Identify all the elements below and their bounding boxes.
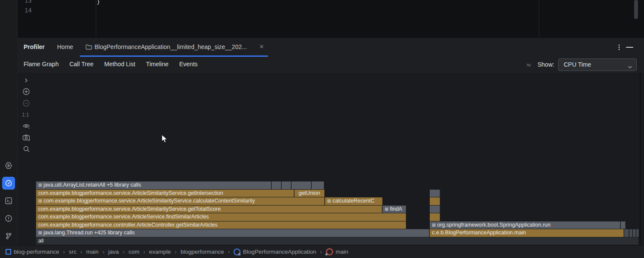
zoom-in-icon[interactable] xyxy=(22,88,30,95)
expand-node-icon[interactable]: ⊞ xyxy=(38,230,42,235)
breadcrumb-label: java xyxy=(108,249,119,255)
zoom-out-icon[interactable] xyxy=(22,99,30,107)
hide-panel-icon[interactable] xyxy=(626,47,633,48)
flame-segment-getunion[interactable]: getUnion xyxy=(295,190,325,197)
flame-segment-label: com.example.blogperformance.service.Arti… xyxy=(38,190,223,196)
flame-segment-main[interactable]: c.e.b.BlogPerformanceApplication.main xyxy=(430,229,624,237)
expand-node-icon[interactable]: ⊞ xyxy=(38,198,42,203)
breadcrumb-item-example[interactable]: example xyxy=(149,249,171,255)
breadcrumb: blog-performance›src›main›java›com›examp… xyxy=(0,245,644,258)
visibility-eye-icon[interactable] xyxy=(22,122,30,130)
services-icon[interactable] xyxy=(2,159,15,172)
expand-chevron-icon[interactable] xyxy=(22,77,30,84)
flame-segment[interactable] xyxy=(623,221,626,229)
class-icon xyxy=(234,249,240,255)
terminal-icon[interactable] xyxy=(2,194,15,207)
expand-node-icon[interactable]: ⊞ xyxy=(38,182,42,187)
breadcrumb-item-main[interactable]: main xyxy=(86,249,99,255)
flame-segment[interactable] xyxy=(272,181,281,189)
flame-segment[interactable] xyxy=(430,213,440,221)
profiler-icon[interactable] xyxy=(2,177,15,190)
flame-segment-findsimilararticles[interactable]: com.example.blogperformance.service.Arti… xyxy=(36,213,406,221)
editor-scrollbar[interactable] xyxy=(634,0,638,19)
chevron-down-icon xyxy=(628,63,632,71)
show-dropdown[interactable]: CPU Time xyxy=(558,58,637,71)
profiler-tool-window-header: Profiler Home BlogPerformanceApplication… xyxy=(17,38,644,57)
screenshot-camera-icon[interactable] xyxy=(22,134,30,141)
breadcrumb-label: blog-performance xyxy=(14,249,59,255)
editor-pane[interactable]: 13 14 } xyxy=(0,0,644,38)
flame-segment[interactable] xyxy=(312,181,324,189)
flame-segment[interactable] xyxy=(636,229,639,237)
editor-split-divider xyxy=(539,0,539,38)
method-icon xyxy=(326,248,333,255)
breadcrumb-separator-icon: › xyxy=(320,249,322,255)
flame-segment[interactable] xyxy=(430,190,440,197)
flame-segment[interactable] xyxy=(624,229,629,237)
gutter-line-number: 13 xyxy=(24,0,32,4)
flame-segment-label: findA xyxy=(390,206,402,212)
breadcrumb-item-com[interactable]: com xyxy=(128,249,140,255)
scale-arrows-icon[interactable] xyxy=(525,61,533,71)
flame-segment-retainall-5-library-calls[interactable]: ⊞java.util.ArrayList.retainAll +5 librar… xyxy=(36,181,271,189)
tab-home[interactable]: Home xyxy=(57,43,73,50)
code-text: } xyxy=(97,0,100,5)
show-dropdown-value: CPU Time xyxy=(564,61,591,68)
flame-segment[interactable] xyxy=(292,181,311,189)
flame-segment-calculatecontentsimilarity[interactable]: ⊞com.example.blogperformance.service.Art… xyxy=(36,197,325,205)
flame-segment[interactable] xyxy=(430,206,440,213)
flame-segment-run-425-library-calls[interactable]: ⊞java.lang.Thread.run +425 library calls xyxy=(36,229,429,237)
breadcrumb-separator-icon: › xyxy=(103,249,104,255)
profiler-tabs: Flame GraphCall TreeMethod ListTimelineE… xyxy=(24,57,197,73)
indent-guide xyxy=(96,0,96,38)
flame-segment[interactable] xyxy=(629,229,632,237)
breadcrumb-separator-icon: › xyxy=(80,249,82,255)
flame-segment-finda[interactable]: ⊞findA xyxy=(383,206,406,213)
breadcrumb-label: example xyxy=(149,249,171,255)
flame-segment[interactable] xyxy=(633,229,636,237)
breadcrumb-item-main[interactable]: main xyxy=(326,248,348,255)
breadcrumb-item-blogperformanceapplication[interactable]: BlogPerformanceApplication xyxy=(234,249,316,255)
close-icon[interactable]: ✕ xyxy=(259,43,264,50)
flame-segment-getsimilararticles[interactable]: com.example.blogperformance.controller.A… xyxy=(36,221,406,229)
flame-segment-label: org.springframework.boot.SpringApplicati… xyxy=(437,222,550,228)
breadcrumb-separator-icon: › xyxy=(63,249,65,255)
expand-node-icon[interactable]: ⊞ xyxy=(327,198,331,203)
panel-title: Profiler xyxy=(24,43,45,50)
flame-segment-calculaterecentc[interactable]: ⊞calculateRecentC xyxy=(325,197,383,205)
folder-icon xyxy=(85,43,92,52)
breadcrumb-separator-icon: › xyxy=(228,249,230,255)
expand-node-icon[interactable]: ⊞ xyxy=(432,222,436,227)
breadcrumb-item-blogperformance[interactable]: blogperformance xyxy=(180,249,224,255)
version-control-icon[interactable] xyxy=(2,230,15,243)
flame-segment[interactable] xyxy=(430,197,440,205)
module-icon xyxy=(6,249,11,255)
show-label: Show: xyxy=(538,61,554,68)
breadcrumb-label: main xyxy=(86,249,99,255)
flame-segment-label: java.util.ArrayList.retainAll +5 library… xyxy=(43,182,141,188)
flame-segment[interactable] xyxy=(282,181,291,189)
search-icon[interactable] xyxy=(22,145,30,153)
breadcrumb-label: main xyxy=(336,249,348,255)
tab-session[interactable]: BlogPerformanceApplication__limited_heap… xyxy=(80,38,268,57)
mouse-cursor xyxy=(161,134,169,146)
flame-segment-label: com.example.blogperformance.service.Arti… xyxy=(38,206,221,212)
flame-segment-label: calculateRecentC xyxy=(332,198,374,204)
flame-segment-gettotalscore[interactable]: com.example.blogperformance.service.Arti… xyxy=(36,206,382,213)
flame-segment-label: com.example.blogperformance.service.Arti… xyxy=(43,198,255,204)
breadcrumb-label: blogperformance xyxy=(180,249,224,255)
expand-node-icon[interactable]: ⊞ xyxy=(385,206,389,212)
zoom-reset-button[interactable]: 1:1 xyxy=(22,112,29,118)
breadcrumb-label: com xyxy=(128,249,140,255)
flame-segment-getintersection[interactable]: com.example.blogperformance.service.Arti… xyxy=(36,190,294,197)
more-options-icon[interactable] xyxy=(616,43,623,53)
breadcrumb-item-src[interactable]: src xyxy=(69,249,76,255)
flame-segment-label: com.example.blogperformance.controller.A… xyxy=(38,222,218,228)
flame-segment-run[interactable]: ⊞org.springframework.boot.SpringApplicat… xyxy=(430,221,620,229)
breadcrumb-separator-icon: › xyxy=(175,249,176,255)
problems-icon[interactable] xyxy=(2,212,15,225)
profiler-view-tabs-row: Flame GraphCall TreeMethod ListTimelineE… xyxy=(17,57,644,73)
breadcrumb-item-java[interactable]: java xyxy=(108,249,119,255)
breadcrumb-item-blog-performance[interactable]: blog-performance xyxy=(6,249,59,255)
flame-segment-all[interactable]: all xyxy=(36,237,639,245)
